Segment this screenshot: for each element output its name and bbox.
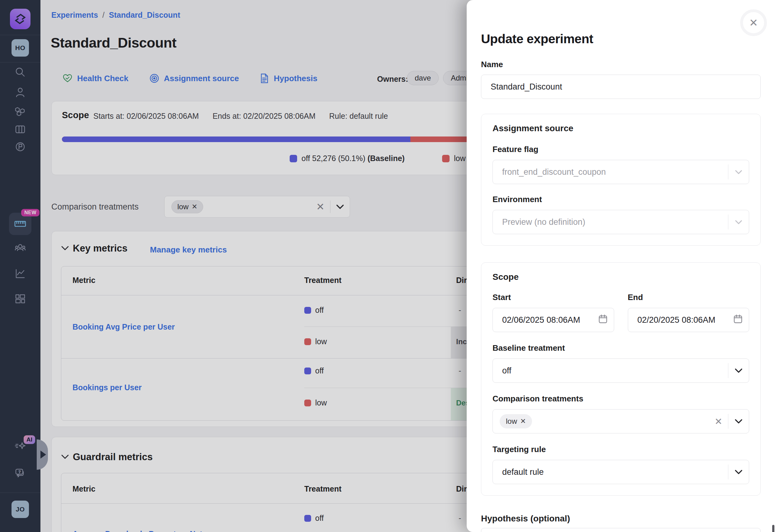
feature-flag-select: front_end_discount_coupon	[493, 160, 749, 184]
chevron-down-icon	[728, 470, 749, 474]
end-label: End	[628, 293, 749, 302]
hypothesis-textarea[interactable]	[481, 528, 761, 532]
drawer-title: Update experiment	[481, 32, 593, 46]
update-experiment-drawer: ✕ Update experiment Name Standard_Discou…	[467, 0, 775, 532]
chevron-down-icon	[728, 220, 749, 224]
environment-select: Preview (no definition)	[493, 210, 749, 234]
baseline-treatment-select[interactable]: off	[493, 359, 749, 383]
feature-flag-label: Feature flag	[493, 145, 749, 154]
comparison-treatments-label: Comparison treatments	[493, 394, 749, 404]
comparison-chip-low[interactable]: low ✕	[500, 414, 532, 428]
targeting-rule-label: Targeting rule	[493, 445, 749, 454]
end-date-input[interactable]: 02/20/2025 08:06AM	[628, 308, 749, 332]
app-stage: HO	[0, 0, 775, 532]
name-input[interactable]: Standard_Discount	[481, 75, 761, 99]
chevron-down-icon	[728, 368, 749, 373]
environment-label: Environment	[493, 195, 749, 204]
baseline-treatment-label: Baseline treatment	[493, 343, 749, 353]
chevron-down-icon	[728, 419, 749, 424]
end-date-value: 02/20/2025 08:06AM	[638, 315, 734, 325]
chevron-down-icon	[728, 170, 749, 174]
start-label: Start	[493, 293, 614, 302]
select-clear-icon[interactable]: ✕	[709, 416, 728, 427]
environment-value: Preview (no definition)	[493, 217, 728, 227]
start-date-value: 02/06/2025 08:06AM	[502, 315, 598, 325]
targeting-rule-select[interactable]: default rule	[493, 460, 749, 484]
assignment-source-heading: Assignment source	[493, 123, 749, 133]
assignment-source-section: Assignment source Feature flag front_end…	[481, 114, 761, 246]
scope-section: Scope Start 02/06/2025 08:06AM End 02/20…	[481, 262, 761, 496]
chip-remove-icon[interactable]: ✕	[520, 417, 526, 425]
calendar-icon[interactable]	[733, 314, 743, 326]
close-button[interactable]: ✕	[740, 9, 767, 36]
feature-flag-value: front_end_discount_coupon	[493, 167, 728, 177]
name-label: Name	[481, 60, 503, 69]
comparison-treatments-select[interactable]: low ✕ ✕	[493, 409, 749, 433]
calendar-icon[interactable]	[598, 314, 608, 326]
targeting-rule-value: default rule	[493, 467, 728, 477]
scope-heading: Scope	[493, 272, 749, 282]
drawer-scrollbar[interactable]	[772, 525, 774, 532]
close-icon: ✕	[749, 16, 758, 29]
name-input-value: Standard_Discount	[491, 82, 562, 92]
baseline-treatment-value: off	[493, 366, 728, 376]
hypothesis-heading: Hypothesis (optional)	[481, 514, 570, 524]
start-date-input[interactable]: 02/06/2025 08:06AM	[493, 308, 614, 332]
